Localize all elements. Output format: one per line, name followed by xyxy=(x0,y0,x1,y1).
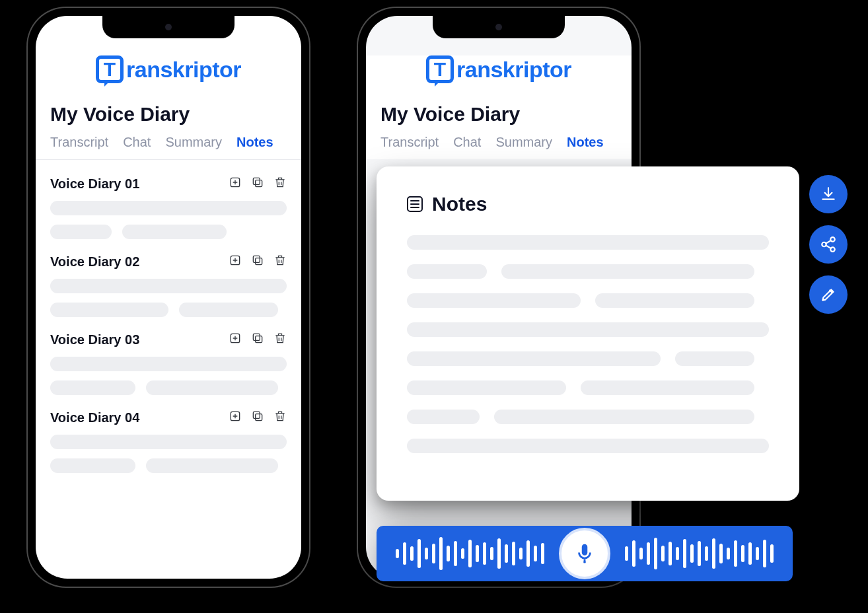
tabs: Transcript Chat Summary Notes xyxy=(366,135,632,159)
svg-rect-11 xyxy=(253,412,260,418)
notes-card-title: Notes xyxy=(432,193,487,215)
svg-rect-1 xyxy=(256,180,262,187)
phone-notch xyxy=(102,16,235,38)
logo-mark: T xyxy=(426,55,454,83)
list-item[interactable]: Voice Diary 04 xyxy=(50,400,287,473)
edit-button[interactable] xyxy=(809,275,848,314)
tab-chat[interactable]: Chat xyxy=(123,135,151,150)
delete-icon[interactable] xyxy=(273,410,287,425)
microphone-icon xyxy=(573,542,596,565)
tab-summary[interactable]: Summary xyxy=(495,135,552,150)
copy-icon[interactable] xyxy=(251,332,264,347)
add-note-icon[interactable] xyxy=(229,410,242,425)
list-item-title: Voice Diary 01 xyxy=(50,176,139,192)
share-button[interactable] xyxy=(809,225,848,264)
svg-rect-5 xyxy=(253,256,260,262)
download-icon xyxy=(820,186,837,203)
logo-text: ranskriptor xyxy=(126,57,241,83)
svg-rect-15 xyxy=(584,559,586,563)
delete-icon[interactable] xyxy=(273,176,287,192)
add-note-icon[interactable] xyxy=(229,254,242,270)
tab-summary[interactable]: Summary xyxy=(165,135,222,150)
copy-icon[interactable] xyxy=(251,176,264,192)
list-item[interactable]: Voice Diary 03 xyxy=(50,322,287,395)
delete-icon[interactable] xyxy=(273,332,287,347)
app-logo: T ranskriptor xyxy=(36,55,301,83)
waveform-right xyxy=(625,538,774,569)
list-item-title: Voice Diary 02 xyxy=(50,254,139,270)
page-title: My Voice Diary xyxy=(50,103,301,126)
copy-icon[interactable] xyxy=(251,410,264,425)
download-button[interactable] xyxy=(809,175,848,213)
waveform-left xyxy=(396,537,544,570)
share-icon xyxy=(820,236,837,253)
tabs: Transcript Chat Summary Notes xyxy=(36,135,301,160)
record-button[interactable] xyxy=(559,528,610,579)
delete-icon[interactable] xyxy=(273,254,287,270)
phone-mock-left: T ranskriptor My Voice Diary Transcript … xyxy=(26,7,310,588)
tab-transcript[interactable]: Transcript xyxy=(50,135,108,150)
audio-record-bar xyxy=(377,526,793,581)
svg-rect-2 xyxy=(253,178,260,184)
tab-notes[interactable]: Notes xyxy=(236,135,273,150)
list-item[interactable]: Voice Diary 01 xyxy=(50,166,287,239)
tab-notes[interactable]: Notes xyxy=(567,135,604,150)
list-item-actions xyxy=(229,410,287,425)
svg-rect-4 xyxy=(256,258,262,265)
phone-notch xyxy=(433,16,565,38)
app-logo: T ranskriptor xyxy=(366,55,632,83)
list-item-title: Voice Diary 04 xyxy=(50,410,139,425)
svg-rect-10 xyxy=(256,414,262,421)
notes-card: Notes xyxy=(377,166,799,501)
list-item-actions xyxy=(229,254,287,270)
svg-rect-8 xyxy=(253,334,260,340)
page-title: My Voice Diary xyxy=(380,103,632,126)
tab-transcript[interactable]: Transcript xyxy=(380,135,439,150)
logo-mark: T xyxy=(96,55,124,83)
list-item-actions xyxy=(229,176,287,192)
notes-icon xyxy=(407,196,423,212)
svg-rect-7 xyxy=(256,336,262,343)
add-note-icon[interactable] xyxy=(229,176,242,192)
list-item[interactable]: Voice Diary 02 xyxy=(50,244,287,317)
tab-chat[interactable]: Chat xyxy=(453,135,481,150)
voice-diary-list: Voice Diary 01 Voice Diary 02 xyxy=(36,160,301,473)
edit-icon xyxy=(820,286,837,303)
list-item-actions xyxy=(229,332,287,347)
list-item-title: Voice Diary 03 xyxy=(50,332,139,347)
floating-actions xyxy=(809,175,848,314)
copy-icon[interactable] xyxy=(251,254,264,270)
logo-text: ranskriptor xyxy=(456,57,571,83)
add-note-icon[interactable] xyxy=(229,332,242,347)
